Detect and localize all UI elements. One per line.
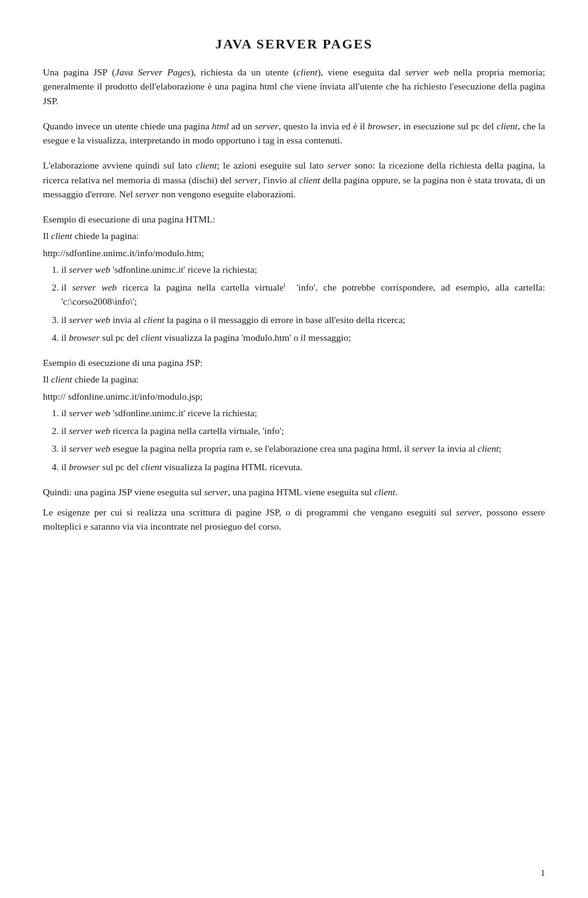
example-jsp-client: Il client chiede la pagina:	[43, 372, 545, 386]
para1-text: Quando invece un utente chiede una pagin…	[43, 119, 545, 148]
example-html-url: http://sdfonline.unimc.it/info/modulo.ht…	[43, 246, 545, 260]
list-item: il browser sul pc del client visualizza …	[61, 330, 545, 344]
example-html-client: Il client chiede la pagina:	[43, 229, 545, 243]
example-jsp-header: Esempio di esecuzione di una pagina JSP:	[43, 356, 545, 370]
intro-text: Una pagina JSP (Java Server Pages), rich…	[43, 65, 545, 108]
para2-text: L'elaborazione avviene quindi sul lato c…	[43, 158, 545, 201]
list-item: il server web ricerca la pagina nella ca…	[61, 424, 545, 438]
example-jsp-url: http:// sdfonline.unimc.it/info/modulo.j…	[43, 389, 545, 403]
list-item: il server web ricerca la pagina nella ca…	[61, 280, 545, 309]
conclusion1-text: Quindi: una pagina JSP viene eseguita su…	[43, 485, 545, 499]
list-item: il server web esegue la pagina nella pro…	[61, 441, 545, 455]
para1-block: Quando invece un utente chiede una pagin…	[43, 119, 545, 148]
example-jsp-list: il server web 'sdfonline.unimc.it' ricev…	[61, 406, 545, 474]
list-item: il server web 'sdfonline.unimc.it' ricev…	[61, 406, 545, 420]
list-item: il browser sul pc del client visualizza …	[61, 460, 545, 474]
example-html-block: Esempio di esecuzione di una pagina HTML…	[43, 212, 545, 344]
intro-paragraph: Una pagina JSP (Java Server Pages), rich…	[43, 65, 545, 108]
page: JAVA SERVER PAGES Una pagina JSP (Java S…	[0, 0, 588, 898]
para2-block: L'elaborazione avviene quindi sul lato c…	[43, 158, 545, 201]
example-jsp-block: Esempio di esecuzione di una pagina JSP:…	[43, 356, 545, 474]
conclusion-block: Quindi: una pagina JSP viene eseguita su…	[43, 485, 545, 534]
page-title: JAVA SERVER PAGES	[43, 34, 545, 54]
page-number: 1	[541, 866, 546, 880]
conclusion2-text: Le esigenze per cui si realizza una scri…	[43, 505, 545, 534]
example-html-list: il server web 'sdfonline.unimc.it' ricev…	[61, 262, 545, 344]
example-html-header: Esempio di esecuzione di una pagina HTML…	[43, 212, 545, 226]
list-item: il server web 'sdfonline.unimc.it' ricev…	[61, 262, 545, 276]
list-item: il server web invia al client la pagina …	[61, 313, 545, 327]
